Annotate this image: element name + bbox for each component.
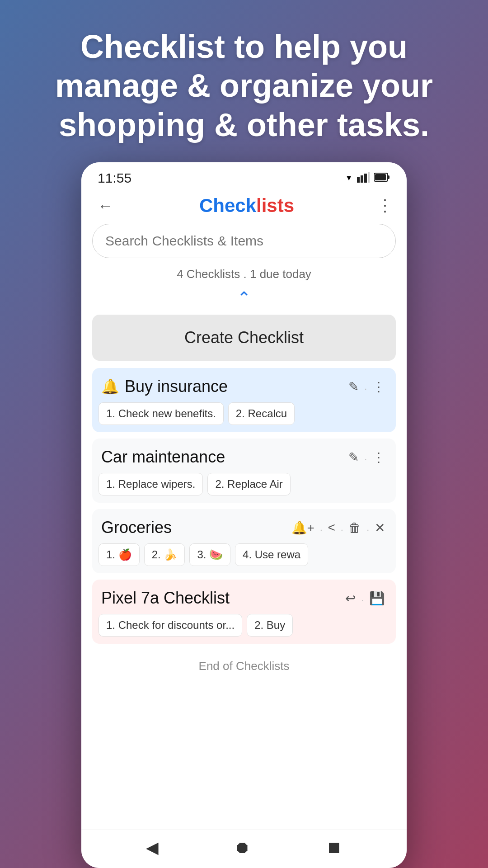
item-chip: 1. Check new benefits. [99,402,224,425]
card-actions-pixel-7a: ↩ . 💾 [343,589,387,608]
card-items-pixel-7a: 1. Check for discounts or... 2. Buy [92,614,396,644]
home-nav-button[interactable]: ⏺ [234,838,250,857]
hero-section: Checklist to help you manage & organize … [0,0,488,162]
card-items-buy-insurance: 1. Check new benefits. 2. Recalcu [92,402,396,432]
card-header-car-maintenance: Car maintenance ✎ . ⋮ [92,439,396,473]
status-icons: ▼ [345,172,390,184]
content-area: 4 Checklists . 1 due today ⌃ Create Chec… [81,224,407,830]
edit-icon[interactable]: ✎ [347,377,361,396]
phone-frame: 11:55 ▼ ← Checklis [81,162,407,868]
item-chip: 2. Replace Air [207,473,290,495]
checklist-card-groceries: Groceries 🔔+ . < . 🗑 . ✕ 1. 🍎 2. 🍌 3. 🍉 … [92,509,396,573]
item-chip: 2. Buy [247,614,293,637]
item-chip: 4. Use rewa [235,543,308,566]
bottom-nav: ◀ ⏺ ⏹ [81,830,407,868]
item-chip: 1. 🍎 [99,543,140,566]
create-checklist-button[interactable]: Create Checklist [92,315,396,361]
card-items-groceries: 1. 🍎 2. 🍌 3. 🍉 4. Use rewa [92,543,396,573]
card-title-car-maintenance: Car maintenance [101,448,347,467]
close-icon[interactable]: ✕ [373,519,387,537]
delete-icon[interactable]: 🗑 [347,519,363,537]
card-actions-car-maintenance: ✎ . ⋮ [347,448,387,467]
svg-rect-2 [364,174,367,183]
card-header-buy-insurance: 🔔 Buy insurance ✎ . ⋮ [92,368,396,402]
undo-icon[interactable]: ↩ [343,589,357,608]
card-actions-groceries: 🔔+ . < . 🗑 . ✕ [290,519,387,537]
back-nav-button[interactable]: ◀ [146,838,159,857]
card-title-pixel-7a: Pixel 7a Checklist [101,589,343,608]
app-title: Checklists [199,195,294,217]
card-actions-buy-insurance: ✎ . ⋮ [347,377,387,396]
checklist-card-pixel-7a: Pixel 7a Checklist ↩ . 💾 1. Check for di… [92,580,396,644]
recent-nav-button[interactable]: ⏹ [326,838,342,857]
more-icon[interactable]: ⋮ [371,448,387,467]
svg-rect-5 [388,175,389,179]
card-title-buy-insurance: Buy insurance [125,377,347,396]
card-header-pixel-7a: Pixel 7a Checklist ↩ . 💾 [92,580,396,614]
end-label: End of Checklists [92,650,396,678]
status-time: 11:55 [98,170,131,186]
svg-rect-1 [361,175,363,183]
bell-icon: 🔔 [101,378,119,395]
more-icon[interactable]: ⋮ [371,377,387,396]
card-header-groceries: Groceries 🔔+ . < . 🗑 . ✕ [92,509,396,543]
svg-rect-3 [368,172,370,183]
more-button[interactable]: ⋮ [377,196,394,215]
item-chip: 1. Check for discounts or... [99,614,242,637]
edit-icon[interactable]: ✎ [347,448,361,467]
svg-rect-6 [375,174,386,180]
stats-row: 4 Checklists . 1 due today [92,267,396,281]
search-bar-container[interactable] [92,224,396,258]
bell-add-icon[interactable]: 🔔+ [290,519,316,537]
back-button[interactable]: ← [94,197,117,215]
checklist-card-car-maintenance: Car maintenance ✎ . ⋮ 1. Replace wipers.… [92,439,396,503]
signal-icon [357,172,370,184]
title-check-part: Check [199,195,256,216]
hero-title: Checklist to help you manage & organize … [36,27,452,144]
card-title-groceries: Groceries [101,518,290,537]
chevron-up-icon[interactable]: ⌃ [237,288,251,307]
item-chip: 2. Recalcu [228,402,295,425]
title-lists-part: lists [256,195,294,216]
wifi-icon: ▼ [345,174,352,182]
app-bar: ← Checklists ⋮ [81,190,407,224]
item-chip: 1. Replace wipers. [99,473,203,495]
battery-icon [374,172,390,184]
svg-rect-0 [357,177,360,183]
status-bar: 11:55 ▼ [81,162,407,190]
item-chip: 2. 🍌 [144,543,185,566]
chevron-row: ⌃ [92,288,396,307]
save-icon[interactable]: 💾 [367,589,387,608]
share-icon[interactable]: < [326,519,337,537]
checklist-card-buy-insurance: 🔔 Buy insurance ✎ . ⋮ 1. Check new benef… [92,368,396,432]
item-chip: 3. 🍉 [189,543,230,566]
card-items-car-maintenance: 1. Replace wipers. 2. Replace Air [92,473,396,503]
search-input[interactable] [105,233,383,249]
